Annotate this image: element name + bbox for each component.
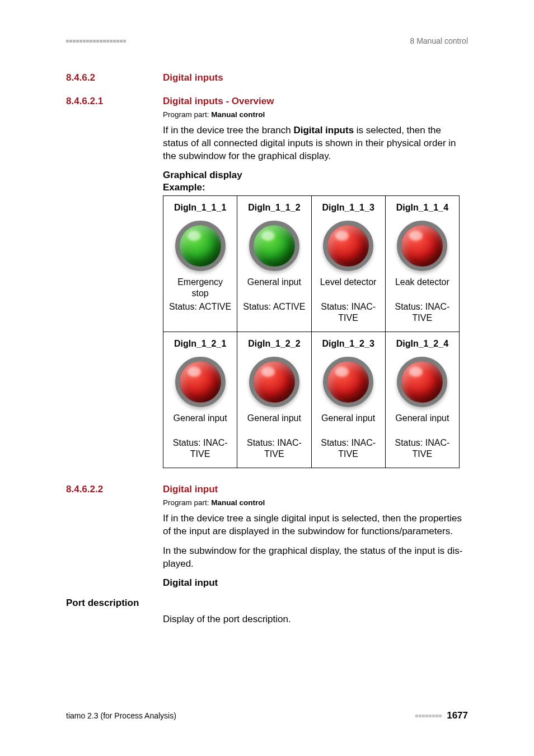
page-number: 1677 xyxy=(447,710,468,721)
status-led-icon xyxy=(397,357,447,407)
page-header: 8 Manual control xyxy=(66,36,468,45)
input-status: Status: INAC­TIVE xyxy=(167,437,233,463)
input-status: Status: INAC­TIVE xyxy=(389,437,456,463)
footer-product: tiamo 2.3 (for Process Analysis) xyxy=(66,711,176,720)
table-row: DigIn_1_1_1 Emergency stop Status: ACTIV… xyxy=(163,195,460,332)
input-id: DigIn_1_2_2 xyxy=(241,335,307,351)
status-led-icon xyxy=(175,357,226,407)
input-desc: General input xyxy=(241,277,307,301)
input-id: DigIn_1_1_1 xyxy=(167,199,233,215)
input-desc: Level detector xyxy=(315,277,382,301)
table-row: DigIn_1_2_1 General input Status: INAC­T… xyxy=(163,332,460,468)
input-status: Status: ACTIVE xyxy=(167,301,233,316)
status-led-icon xyxy=(249,357,299,407)
status-led-icon xyxy=(249,221,299,271)
section-num-2: 8.4.6.2.1 xyxy=(66,96,163,107)
overview-paragraph: If in the device tree the branch Digital… xyxy=(163,124,468,163)
input-status: Status: INAC­TIVE xyxy=(315,301,382,327)
digital-input-p2: In the subwindow for the graphical displ… xyxy=(163,545,468,571)
program-part-2: Program part: Manual control xyxy=(163,498,468,507)
input-desc: General input xyxy=(167,413,233,437)
graphical-display-heading: Graphical display xyxy=(163,170,468,181)
section-title-2: Digital inputs - Overview xyxy=(163,96,274,107)
input-status: Status: INAC­TIVE xyxy=(315,437,382,463)
status-led-icon xyxy=(397,221,447,271)
input-status: Status: INAC­TIVE xyxy=(389,301,456,327)
decor-squares-left xyxy=(66,40,127,43)
section-num-1: 8.4.6.2 xyxy=(66,72,163,83)
example-label: Example: xyxy=(163,182,468,193)
program-part-1: Program part: Manual control xyxy=(163,110,468,119)
input-id: DigIn_1_1_4 xyxy=(389,199,456,215)
digital-input-heading: Digital input xyxy=(163,577,468,589)
page-footer: tiamo 2.3 (for Process Analysis) 1677 xyxy=(66,710,468,721)
input-id: DigIn_1_1_3 xyxy=(315,199,382,215)
input-desc: General input xyxy=(241,413,307,437)
input-id: DigIn_1_2_4 xyxy=(389,335,456,351)
input-id: DigIn_1_2_3 xyxy=(315,335,382,351)
status-led-icon xyxy=(175,221,226,271)
input-status: Status: INAC­TIVE xyxy=(241,437,307,463)
input-status: Status: ACTIVE xyxy=(241,301,307,316)
section-title-1: Digital inputs xyxy=(163,72,223,83)
status-led-icon xyxy=(323,357,373,407)
decor-squares-right xyxy=(415,715,442,717)
input-id: DigIn_1_2_1 xyxy=(167,335,233,351)
input-desc: General input xyxy=(315,413,382,437)
digital-input-p1: If in the device tree a single digital i… xyxy=(163,512,468,538)
input-desc: General input xyxy=(389,413,456,437)
status-led-icon xyxy=(323,221,373,271)
input-id: DigIn_1_1_2 xyxy=(241,199,307,215)
chapter-label: 8 Manual control xyxy=(410,36,468,45)
port-description-text: Display of the port description. xyxy=(163,613,468,626)
port-description-label: Port description xyxy=(66,598,468,609)
section-num-3: 8.4.6.2.2 xyxy=(66,484,163,495)
input-desc: Leak detector xyxy=(389,277,456,301)
digital-inputs-table: DigIn_1_1_1 Emergency stop Status: ACTIV… xyxy=(163,195,460,468)
input-desc: Emergency stop xyxy=(167,277,233,301)
section-title-3: Digital input xyxy=(163,484,218,495)
